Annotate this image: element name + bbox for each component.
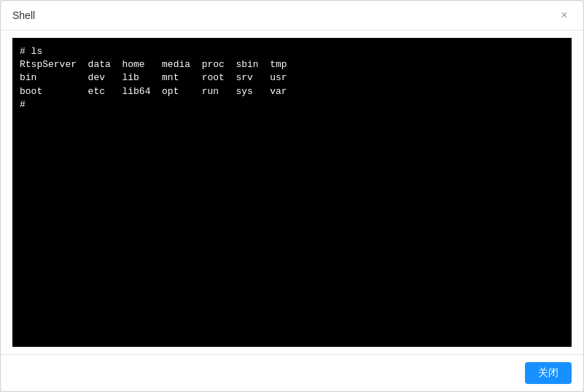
dialog-title: Shell	[12, 9, 35, 21]
dialog-body: # ls RtspServer data home media proc sbi…	[1, 31, 583, 354]
dialog-header: Shell ×	[1, 1, 583, 31]
terminal-output[interactable]: # ls RtspServer data home media proc sbi…	[12, 38, 572, 347]
shell-dialog: Shell × # ls RtspServer data home media …	[0, 0, 584, 392]
close-dialog-button[interactable]: 关闭	[525, 362, 572, 384]
close-icon[interactable]: ×	[557, 8, 572, 23]
dialog-footer: 关闭	[1, 354, 583, 391]
